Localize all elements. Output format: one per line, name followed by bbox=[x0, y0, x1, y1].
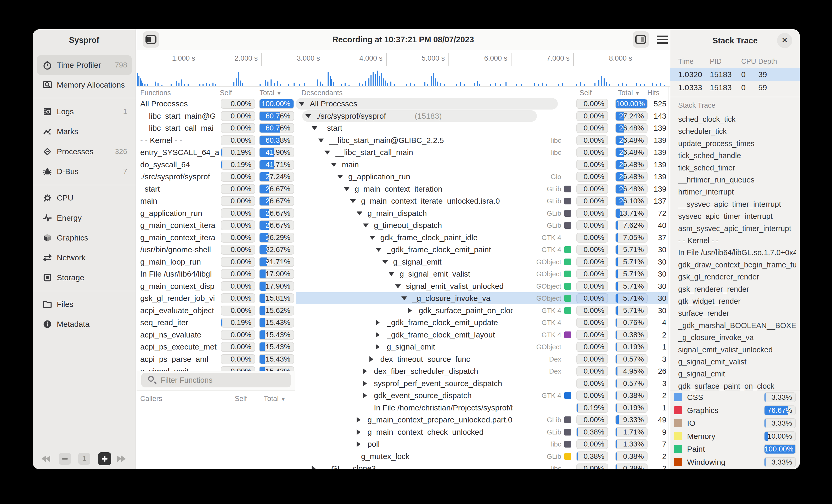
stack-frame[interactable]: sched_clock_tick bbox=[678, 113, 796, 125]
expander-closed-icon[interactable] bbox=[312, 466, 315, 469]
expander-open-icon[interactable] bbox=[299, 102, 305, 106]
sidebar-item-logs[interactable]: Logs1 bbox=[37, 102, 132, 121]
descendant-row[interactable]: gdk_event_source_dispatchGTK 40.00%0.38%… bbox=[136, 390, 670, 401]
descendant-row[interactable]: gdk_frame_clock_paint_idleGTK 40.00%7.05… bbox=[136, 232, 670, 244]
expander-open-icon[interactable] bbox=[324, 150, 330, 155]
stack-frame[interactable]: tick_sched_handle bbox=[678, 149, 796, 162]
stack-frame[interactable]: g_signal_emit bbox=[678, 368, 796, 380]
expander-closed-icon[interactable] bbox=[376, 332, 380, 338]
stack-frame[interactable]: scheduler_tick bbox=[678, 125, 796, 137]
expander-closed-icon[interactable] bbox=[363, 368, 367, 374]
cpu-timeline-chart[interactable] bbox=[136, 66, 669, 86]
stack-frame[interactable]: tick_sched_timer bbox=[678, 162, 796, 174]
descendant-row[interactable]: ./src/sysprof/sysprof(15183)0.00%27.24%2… bbox=[136, 110, 670, 122]
skip-forward-button[interactable] bbox=[116, 453, 132, 465]
descendant-row[interactable]: sysprof_perf_event_source_dispatch0.00%0… bbox=[136, 377, 670, 390]
expander-open-icon[interactable] bbox=[305, 114, 311, 118]
stack-frame[interactable]: In File /usr/lib64/libGL.so.1.7.0+0x4b bbox=[678, 247, 796, 258]
legend-row[interactable]: Windowing3.33%3.33% bbox=[670, 456, 800, 469]
expander-open-icon[interactable] bbox=[382, 260, 388, 264]
stack-frame[interactable]: __hrtimer_run_queues bbox=[678, 174, 796, 186]
expander-closed-icon[interactable] bbox=[408, 308, 412, 313]
descendant-row[interactable]: _gdk_frame_clock_emit_paintGTK 40.00%5.7… bbox=[136, 244, 670, 256]
descendant-row[interactable]: g_main_dispatchGLib0.00%13.71%13.71%72 bbox=[136, 207, 670, 219]
expander-open-icon[interactable] bbox=[337, 175, 343, 179]
expander-open-icon[interactable] bbox=[363, 224, 369, 227]
expander-closed-icon[interactable] bbox=[363, 393, 367, 398]
expander-closed-icon[interactable] bbox=[376, 320, 380, 326]
sidebar-item-storage[interactable]: Storage bbox=[37, 268, 132, 287]
expander-open-icon[interactable] bbox=[344, 187, 349, 191]
expander-closed-icon[interactable] bbox=[357, 417, 361, 423]
descendant-row[interactable]: __GI___clone3libc0.00%0.38%0.38%2 bbox=[136, 463, 670, 469]
expander-closed-icon[interactable] bbox=[357, 441, 361, 447]
toggle-right-sidebar-button[interactable] bbox=[633, 31, 649, 48]
expander-open-icon[interactable] bbox=[389, 272, 394, 276]
descendant-row[interactable]: main0.00%26.48%26.48%139 bbox=[136, 159, 670, 171]
stack-frame[interactable]: hrtimer_interrupt bbox=[678, 186, 796, 198]
descendant-row[interactable]: _gdk_frame_clock_emit_updateGTK 40.00%0.… bbox=[136, 316, 670, 329]
sample-pid-header[interactable]: PID bbox=[710, 57, 722, 65]
functions-column-header[interactable]: Functions bbox=[140, 89, 171, 97]
legend-row[interactable]: Graphics76.67%76.67% bbox=[670, 404, 800, 417]
sidebar-item-files[interactable]: Files bbox=[37, 295, 132, 314]
expander-open-icon[interactable] bbox=[331, 163, 337, 167]
sidebar-item-energy[interactable]: Energy bbox=[37, 208, 132, 228]
sample-row[interactable]: 1.033315183059 bbox=[670, 81, 800, 94]
stack-frame[interactable]: surface_render bbox=[678, 307, 796, 319]
descendant-row[interactable]: g_timeout_dispatchGLib0.00%7.62%7.62%40 bbox=[136, 219, 670, 231]
expander-open-icon[interactable] bbox=[369, 236, 375, 240]
page-indicator[interactable]: 1 bbox=[78, 453, 90, 465]
close-icon[interactable]: ✕ bbox=[777, 33, 792, 48]
stack-frame[interactable]: __sysvec_apic_timer_interrupt bbox=[678, 198, 796, 210]
legend-row[interactable]: Paint100.00%100.00% bbox=[670, 443, 800, 455]
stack-frame[interactable]: gsk_gl_renderer_render bbox=[678, 271, 796, 283]
sidebar-item-memory-allocations[interactable]: Memory Allocations bbox=[37, 75, 132, 95]
descendant-row[interactable]: g_main_context_check_unlockedGLib0.38%0.… bbox=[136, 426, 670, 438]
descendant-row[interactable]: _start0.00%26.48%26.48%139 bbox=[136, 122, 670, 134]
descendant-row[interactable]: g_main_context_iterate_unlocked.isra.0GL… bbox=[136, 195, 670, 207]
expander-closed-icon[interactable] bbox=[363, 381, 367, 386]
descendant-row[interactable]: _g_closure_invoke_vaGObject0.00%5.71%5.7… bbox=[136, 292, 670, 304]
stack-frame[interactable]: gtk_widget_render bbox=[678, 295, 796, 307]
descendant-row[interactable]: polllibc0.00%1.33%1.33%7 bbox=[136, 438, 670, 450]
stack-frame[interactable]: sysvec_apic_timer_interrupt bbox=[678, 210, 796, 222]
sidebar-item-metadata[interactable]: Metadata bbox=[37, 314, 132, 334]
skip-back-button[interactable] bbox=[41, 453, 56, 465]
stack-frame[interactable]: - - Kernel - - bbox=[678, 234, 796, 247]
sample-cpu-header[interactable]: CPU bbox=[741, 57, 756, 65]
expander-closed-icon[interactable] bbox=[376, 344, 380, 350]
sample-depth-header[interactable]: Depth bbox=[758, 57, 777, 65]
sidebar-item-graphics[interactable]: Graphics bbox=[37, 228, 132, 248]
descendant-row[interactable]: __libc_start_call_mainlibc0.00%26.48%26.… bbox=[136, 146, 670, 159]
stack-frame[interactable]: gsk_renderer_render bbox=[678, 283, 796, 295]
sample-time-header[interactable]: Time bbox=[678, 57, 694, 65]
sidebar-item-network[interactable]: Network bbox=[37, 248, 132, 268]
stack-frame[interactable]: signal_emit_valist_unlocked bbox=[678, 344, 796, 356]
stack-frame[interactable]: asm_sysvec_apic_timer_interrupt bbox=[678, 222, 796, 234]
descendants-self-header[interactable]: Self bbox=[579, 89, 592, 97]
expander-open-icon[interactable] bbox=[312, 126, 317, 130]
legend-row[interactable]: CSS3.33%3.33% bbox=[670, 391, 800, 403]
descendants-hits-header[interactable]: Hits bbox=[647, 89, 659, 97]
descendant-row[interactable]: In File /home/christian/Projects/sysprof… bbox=[136, 402, 670, 414]
expander-closed-icon[interactable] bbox=[369, 356, 373, 362]
functions-self-header[interactable]: Self bbox=[220, 89, 232, 97]
expander-open-icon[interactable] bbox=[318, 139, 324, 142]
stack-frame[interactable]: update_process_times bbox=[678, 138, 796, 149]
descendants-total-header[interactable]: Total ▼ bbox=[618, 89, 640, 97]
stack-frame[interactable]: _g_closure_invoke_va bbox=[678, 332, 796, 343]
expander-open-icon[interactable] bbox=[376, 248, 382, 252]
descendant-row[interactable]: g_mutex_lockGLib0.38%0.38%0.38%0.38%2 bbox=[136, 450, 670, 463]
descendant-row[interactable]: g_signal_emitGObject0.00%5.71%5.71%30 bbox=[136, 256, 670, 268]
descendant-row[interactable]: g_main_context_iterationGLib0.00%26.48%2… bbox=[136, 183, 670, 195]
descendant-row[interactable]: dex_fiber_scheduler_dispatchDex0.00%4.95… bbox=[136, 365, 670, 377]
stack-frame[interactable]: _gdk_marshal_BOOLEAN__BOXEDv bbox=[678, 319, 796, 332]
legend-row[interactable]: IO3.33%3.33% bbox=[670, 417, 800, 429]
stack-frame[interactable]: gdk_surface_paint_on_clock bbox=[678, 380, 796, 392]
legend-row[interactable]: Memory10.00%10.00% bbox=[670, 430, 800, 443]
menu-button[interactable] bbox=[657, 33, 670, 47]
sidebar-item-processes[interactable]: Processes326 bbox=[37, 142, 132, 162]
expander-open-icon[interactable] bbox=[401, 297, 407, 300]
stack-frame[interactable]: gdk_draw_context_begin_frame_full bbox=[678, 259, 796, 271]
